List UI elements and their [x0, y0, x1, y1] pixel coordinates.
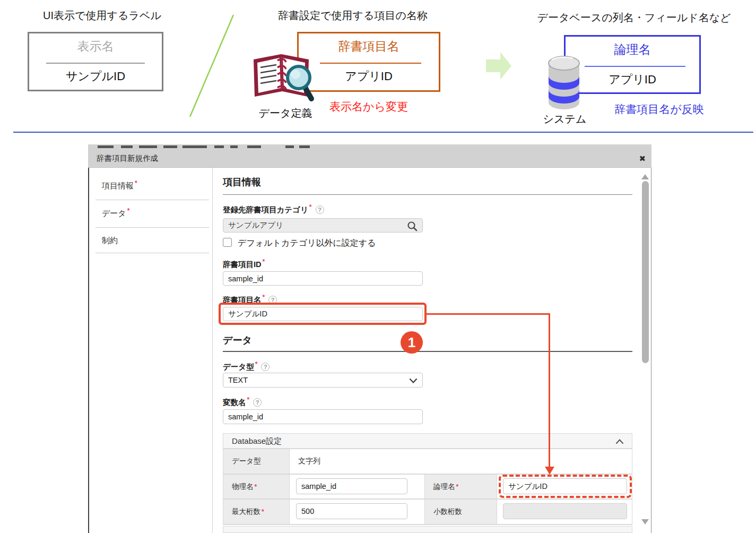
required-asterisk: *	[263, 258, 265, 265]
diagram-logical-name-box: 論理名 アプリID	[564, 35, 701, 94]
sidebar-item-constraints[interactable]: 制約	[102, 234, 119, 246]
sidebar-item-label: 項目情報	[102, 181, 134, 190]
sidebar-item-data[interactable]: データ*	[102, 207, 129, 219]
label-text: 論理名	[433, 482, 455, 492]
db-decimal-digits-label: 小数桁数	[425, 500, 497, 524]
panel-footer-strip	[223, 526, 632, 533]
annotation-arrow-horizontal	[426, 313, 550, 315]
required-asterisk: *	[262, 508, 264, 515]
green-diagonal-line	[186, 13, 237, 119]
variable-name-input[interactable]	[223, 409, 423, 424]
screen: UI表示で使用するラベル 表示名 サンプルID 辞書設定で使用する項目の名称 辞…	[0, 0, 756, 533]
help-icon[interactable]: ?	[253, 398, 262, 407]
db-data-type-label: データ型	[223, 449, 289, 474]
diagram-right-title: データベースの列名・フィールド名など	[528, 11, 740, 25]
dialog-title: 辞書項目新規作成	[97, 149, 158, 168]
diagram-left-title: UI表示で使用するラベル	[24, 8, 180, 23]
category-label: 登録先辞書項目カテゴリ*?	[223, 203, 324, 215]
green-block-arrow-icon	[486, 52, 511, 80]
sidebar-separator	[95, 253, 209, 253]
default-category-checkbox[interactable]	[223, 238, 232, 247]
required-asterisk: *	[135, 179, 137, 187]
section-heading-data: データ	[223, 334, 252, 347]
annotation-dashed-box	[499, 475, 632, 498]
db-physical-name-input[interactable]	[296, 478, 407, 494]
divider	[585, 66, 685, 67]
database-icon-caption: システム	[537, 112, 593, 126]
sidebar-main-divider	[212, 168, 213, 533]
annotation-arrow-vertical	[549, 313, 550, 468]
db-logical-name-label: 論理名*	[425, 475, 497, 498]
diagram-right-box-value: アプリID	[566, 72, 699, 88]
search-icon[interactable]	[407, 221, 418, 231]
section-divider-line	[13, 132, 753, 133]
label-text: 辞書項目ID	[223, 260, 262, 269]
data-type-label: データ型*?	[223, 360, 270, 372]
help-icon[interactable]: ?	[261, 363, 270, 371]
label-text: 物理名	[232, 482, 254, 492]
db-physical-name-label: 物理名*	[223, 475, 289, 498]
diagram-right-box-label: 論理名	[566, 41, 699, 58]
divider	[46, 63, 145, 64]
diagram-display-name-box: 表示名 サンプルID	[28, 32, 163, 91]
required-asterisk: *	[309, 203, 312, 211]
sidebar-separator	[95, 200, 209, 200]
required-asterisk: *	[456, 483, 459, 491]
category-input[interactable]	[223, 218, 423, 233]
database-settings-header[interactable]: Database設定	[223, 433, 632, 449]
db-data-type-value: 文字列	[290, 449, 632, 474]
clipped-background-text	[88, 144, 651, 149]
diagram-left-box-label: 表示名	[29, 38, 162, 55]
chevron-up-icon	[616, 439, 623, 444]
db-decimal-digits-input	[503, 503, 627, 519]
sidebar-separator	[95, 227, 209, 228]
default-category-checkbox-label: デフォルトカテゴリ以外に設定する	[238, 238, 376, 249]
section-heading-item-info: 項目情報	[223, 176, 261, 188]
close-icon[interactable]: ✖	[639, 149, 646, 168]
diagram-middle-title: 辞書設定で使用する項目の名称	[263, 8, 443, 23]
required-asterisk: *	[247, 396, 250, 403]
sidebar-item-label: 制約	[102, 236, 118, 245]
annotation-highlight-box	[219, 303, 427, 325]
label-text: 変数名	[223, 398, 246, 407]
required-asterisk: *	[255, 360, 258, 368]
diagram-left-box-value: サンプルID	[29, 68, 162, 84]
diagram-right-note: 辞書項目名が反映	[597, 102, 722, 117]
label-text: 最大桁数	[232, 507, 260, 517]
item-id-input[interactable]	[223, 271, 423, 286]
database-icon	[546, 55, 581, 112]
heading-rule	[223, 194, 632, 195]
required-asterisk: *	[127, 207, 130, 214]
chevron-down-icon	[410, 379, 417, 383]
label-text: 登録先辞書項目カテゴリ	[223, 205, 308, 214]
variable-name-label: 変数名*?	[223, 396, 262, 408]
db-max-digits-label: 最大桁数*	[223, 500, 289, 524]
required-asterisk: *	[263, 294, 265, 301]
selected-value: TEXT	[228, 376, 248, 384]
panel-title: Database設定	[232, 436, 282, 445]
scrollbar-thumb[interactable]	[642, 181, 649, 363]
item-id-label: 辞書項目ID*	[223, 258, 265, 270]
annotation-arrowhead	[545, 467, 554, 475]
data-definition-book-icon	[250, 49, 320, 104]
data-type-select[interactable]: TEXT	[223, 373, 423, 388]
step-1-badge: 1	[401, 331, 423, 354]
heading-rule	[223, 351, 632, 352]
db-max-digits-input[interactable]	[296, 503, 407, 519]
help-icon[interactable]: ?	[316, 205, 324, 214]
scrollbar-up-arrow-icon[interactable]	[641, 174, 649, 179]
dialog-titlebar: 辞書項目新規作成 ✖	[88, 149, 651, 168]
scrollbar-down-arrow-icon[interactable]	[641, 519, 649, 525]
sidebar-item-item-info[interactable]: 項目情報*	[102, 179, 137, 191]
diagram-middle-note: 表示名から変更	[310, 99, 427, 114]
required-asterisk: *	[255, 483, 257, 491]
label-text: データ型	[223, 363, 254, 371]
sidebar-item-label: データ	[102, 209, 126, 218]
divider	[320, 63, 421, 64]
